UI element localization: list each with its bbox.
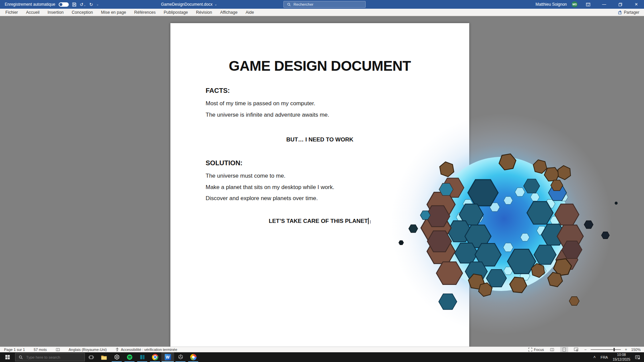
ibeam-pointer-icon: I: [370, 219, 371, 225]
chatgpt-icon[interactable]: [110, 352, 123, 362]
word-status-bar: Page 1 sur 1 57 mots Anglais (Royaume-Un…: [0, 347, 644, 352]
tray-time: 10:08: [617, 353, 626, 357]
ribbon-display-options-icon[interactable]: [582, 0, 594, 9]
search-icon: [19, 355, 23, 359]
proofing-book-icon[interactable]: [56, 348, 60, 352]
user-name[interactable]: Matthieu Soignon: [536, 2, 567, 7]
print-layout-button[interactable]: [560, 347, 568, 352]
word-count[interactable]: 57 mots: [34, 348, 47, 352]
autosave-toggle[interactable]: [59, 2, 69, 7]
search-placeholder: Rechercher: [293, 2, 313, 6]
redo-icon[interactable]: ↻: [89, 2, 93, 7]
zoom-in-button[interactable]: +: [625, 347, 627, 352]
close-button[interactable]: ✕: [631, 0, 642, 9]
doc-but-line: BUT… I NEED TO WORK: [170, 136, 469, 143]
language-indicator[interactable]: Anglais (Royaume-Uni): [69, 348, 107, 352]
media-app-icon[interactable]: [136, 352, 149, 362]
document-canvas: GAME DESIGN DOCUMENT FACTS: Most of my t…: [0, 16, 644, 347]
tab-conception[interactable]: Conception: [68, 9, 97, 16]
page-count[interactable]: Page 1 sur 1: [4, 348, 25, 352]
read-mode-button[interactable]: [548, 347, 556, 352]
focus-icon: [528, 348, 532, 352]
zoom-slider-knob[interactable]: [613, 348, 615, 351]
task-view-icon[interactable]: [85, 352, 98, 362]
doc-closing-line: LET’S TAKE CARE OF THIS PLANETI: [170, 218, 469, 225]
doc-paragraph: The universe must come to me.: [206, 173, 285, 179]
clock[interactable]: 10:08 15/12/2025: [612, 353, 630, 361]
chevron-down-icon: ⌄: [214, 3, 217, 6]
tab-mise-en-page[interactable]: Mise en page: [97, 9, 130, 16]
tab-publipostage[interactable]: Publipostage: [160, 9, 192, 16]
text-cursor: [368, 218, 369, 224]
chrome-icon[interactable]: [149, 352, 161, 362]
doc-paragraph: Most of my time is passed on my computer…: [206, 100, 315, 107]
focus-mode-button[interactable]: Focus: [528, 348, 544, 352]
doc-solution-heading: SOLUTION:: [206, 159, 243, 167]
tray-date: 15/12/2025: [612, 357, 630, 361]
word-title-bar: Enregistrement automatique ↺⌄ ↻ ⌄ GameDe…: [0, 0, 644, 9]
word-taskbar-icon[interactable]: [161, 352, 174, 362]
tab-references[interactable]: Références: [130, 9, 160, 16]
tray-expand-chevron[interactable]: ˄: [593, 355, 596, 360]
user-avatar[interactable]: MS: [572, 1, 578, 7]
accessibility-icon: [115, 348, 119, 352]
share-button[interactable]: Partager: [618, 9, 639, 16]
ribbon-tab-row: Fichier Accueil Insertion Conception Mis…: [0, 9, 644, 16]
restore-button[interactable]: [614, 0, 626, 9]
zoom-slider[interactable]: [591, 349, 621, 350]
windows-logo-icon: [5, 355, 10, 360]
start-button[interactable]: [0, 352, 15, 362]
toggle-knob: [59, 3, 62, 6]
windows-taskbar: ˄ FRA 10:08 15/12/2025: [0, 352, 644, 362]
zoom-level[interactable]: 150%: [631, 348, 641, 352]
tab-accueil[interactable]: Accueil: [22, 9, 44, 16]
spotify-icon[interactable]: [123, 352, 136, 362]
zoom-out-button[interactable]: −: [584, 347, 587, 352]
autosave-label: Enregistrement automatique: [5, 2, 55, 7]
action-center-icon[interactable]: [635, 355, 640, 360]
doc-paragraph: The universe is infinite and adventure a…: [206, 112, 329, 118]
search-icon: [287, 3, 291, 6]
tab-fichier[interactable]: Fichier: [1, 9, 22, 16]
doc-facts-heading: FACTS:: [206, 87, 230, 95]
tab-aide[interactable]: Aide: [241, 9, 258, 16]
office-search-bar[interactable]: Rechercher: [283, 1, 366, 8]
tab-insertion[interactable]: Insertion: [44, 9, 68, 16]
web-layout-button[interactable]: [572, 347, 580, 352]
minimize-button[interactable]: —: [598, 0, 610, 9]
document-title[interactable]: GameDesignDocument.docx ⌄: [161, 0, 217, 9]
accessibility-status[interactable]: Accessibilité : vérification terminée: [115, 348, 177, 352]
save-icon[interactable]: [72, 2, 76, 7]
document-page[interactable]: GAME DESIGN DOCUMENT FACTS: Most of my t…: [170, 23, 469, 347]
undo-icon[interactable]: ↺⌄: [80, 2, 86, 7]
customize-qat-icon[interactable]: ⌄: [96, 3, 99, 6]
doc-heading-title: GAME DESIGN DOCUMENT: [170, 58, 469, 74]
share-icon: [618, 10, 622, 14]
tab-revision[interactable]: Révision: [192, 9, 216, 16]
doc-paragraph: Discover and explore new planets over ti…: [206, 195, 318, 202]
doc-paragraph: Make a planet that sits on my desktop wh…: [206, 184, 334, 191]
tab-affichage[interactable]: Affichage: [216, 9, 241, 16]
file-explorer-icon[interactable]: [98, 352, 110, 362]
language-badge[interactable]: FRA: [600, 355, 608, 359]
browser-ring-icon[interactable]: [187, 352, 200, 362]
taskbar-search[interactable]: [15, 353, 85, 361]
taskbar-search-input[interactable]: [25, 355, 79, 360]
unity-icon[interactable]: [174, 352, 187, 362]
